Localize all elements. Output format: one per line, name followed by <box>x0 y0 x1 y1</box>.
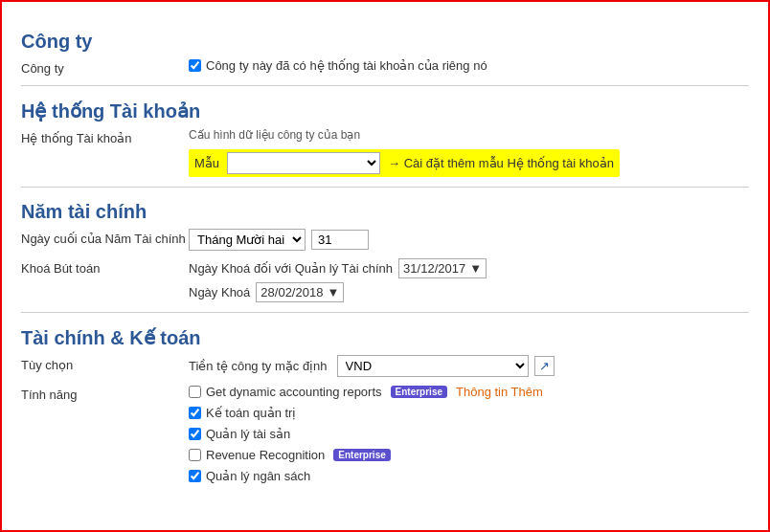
cong-ty-field-label: Công ty <box>21 58 189 76</box>
template-label: Mẫu <box>194 156 219 170</box>
currency-select[interactable]: VND <box>337 355 529 377</box>
cong-ty-title: Công ty <box>21 31 749 53</box>
divider-2 <box>21 187 749 188</box>
he-thong-hint: Cấu hình dữ liệu công ty của bạn <box>189 128 749 142</box>
feature-checkbox-4[interactable] <box>189 470 201 482</box>
cong-ty-checkbox[interactable] <box>189 59 201 72</box>
divider-1 <box>21 85 749 86</box>
enterprise-badge-3: Enterprise <box>333 449 390 461</box>
lock-row-2: Ngày Khoá 28/02/2018 ▼ <box>189 282 749 302</box>
feature-row-4: Quản lý ngân sách <box>189 469 749 483</box>
he-thong-title: Hệ thống Tài khoản <box>21 100 749 122</box>
lock-date1-value: 31/12/2017 <box>403 261 465 276</box>
tuy-chon-content: Tiền tệ công ty mặc định VND ↗ <box>189 355 749 377</box>
lock-date2-chevron: ▼ <box>327 285 339 299</box>
lock-date2-value: 28/02/2018 <box>260 285 323 299</box>
tuy-chon-label: Tùy chọn <box>21 355 189 372</box>
tinh-nang-label: Tính năng <box>21 385 189 402</box>
tinh-nang-content: Get dynamic accounting reportsEnterprise… <box>189 385 749 486</box>
khoa-but-toan-label: Khoá Bút toán <box>21 258 189 276</box>
feature-row-2: Quản lý tài sản <box>189 427 749 441</box>
tai-chinh-title: Tài chính & Kế toán <box>21 326 749 349</box>
feature-label-2: Quản lý tài sản <box>206 427 290 441</box>
lock-date1-chevron: ▼ <box>469 261 482 276</box>
ngay-cuoi-label: Ngày cuối của Năm Tài chính <box>21 229 189 246</box>
feature-row-1: Kế toán quản trị <box>189 406 749 420</box>
feature-label-1: Kế toán quản trị <box>206 406 296 420</box>
he-thong-field-row: Hệ thống Tài khoản Cấu hình dữ liệu công… <box>21 128 749 177</box>
feature-row-3: Revenue RecognitionEnterprise <box>189 448 749 462</box>
feature-checkbox-3[interactable] <box>189 449 201 461</box>
enterprise-badge-0: Enterprise <box>391 386 447 398</box>
tai-chinh-section: Tài chính & Kế toán Tùy chọn Tiền tệ côn… <box>21 326 749 486</box>
lock-row-1: Ngày Khoá đối với Quản lý Tài chính 31/1… <box>189 258 749 278</box>
khoa-but-toan-content: Ngày Khoá đối với Quản lý Tài chính 31/1… <box>189 258 749 302</box>
lock-date2-select[interactable]: 28/02/2018 ▼ <box>256 282 344 302</box>
feature-checkbox-0[interactable] <box>189 386 201 398</box>
cong-ty-checkbox-label: Công ty này đã có hệ thống tài khoản của… <box>206 58 487 73</box>
feature-checkbox-2[interactable] <box>189 428 201 440</box>
lock-date1-select[interactable]: 31/12/2017 ▼ <box>398 258 487 278</box>
cong-ty-section: Công ty Công ty Công ty này đã có hệ thố… <box>21 31 749 76</box>
feature-label-4: Quản lý ngân sách <box>206 469 310 483</box>
external-link-icon[interactable]: ↗ <box>534 356 555 376</box>
currency-row: Tiền tệ công ty mặc định VND ↗ <box>189 355 749 377</box>
cong-ty-field-content: Công ty này đã có hệ thống tài khoản của… <box>189 58 749 73</box>
nam-tai-chinh-section: Năm tài chính Ngày cuối của Năm Tài chín… <box>21 201 749 302</box>
day-input[interactable]: 31 <box>311 230 369 250</box>
template-arrow-text[interactable]: → Cài đặt thêm mẫu Hệ thống tài khoản <box>388 156 614 170</box>
feature-label-3: Revenue Recognition <box>206 448 325 462</box>
lock-date2-label: Ngày Khoá <box>189 285 250 299</box>
currency-label: Tiền tệ công ty mặc định <box>189 359 328 373</box>
feature-row-0: Get dynamic accounting reportsEnterprise… <box>189 385 749 399</box>
ngay-cuoi-row: Ngày cuối của Năm Tài chính Tháng Mười h… <box>21 229 749 251</box>
nam-tai-chinh-title: Năm tài chính <box>21 201 749 223</box>
fiscal-row: Tháng Mười hai 31 <box>189 229 749 251</box>
feature-label-0: Get dynamic accounting reports <box>206 385 382 399</box>
divider-3 <box>21 312 749 313</box>
cong-ty-field-row: Công ty Công ty này đã có hệ thống tài k… <box>21 58 749 76</box>
he-thong-section: Hệ thống Tài khoản Hệ thống Tài khoản Cấ… <box>21 100 749 177</box>
ngay-cuoi-content: Tháng Mười hai 31 <box>189 229 749 251</box>
he-thong-field-content: Cấu hình dữ liệu công ty của bạn Mẫu → C… <box>189 128 749 177</box>
thong-tin-them-0[interactable]: Thông tin Thêm <box>456 385 543 399</box>
feature-checkbox-1[interactable] <box>189 407 201 419</box>
cong-ty-checkbox-row: Công ty này đã có hệ thống tài khoản của… <box>189 58 749 73</box>
template-row: Mẫu → Cài đặt thêm mẫu Hệ thống tài khoả… <box>189 149 620 177</box>
month-select[interactable]: Tháng Mười hai <box>189 229 306 251</box>
he-thong-field-label: Hệ thống Tài khoản <box>21 128 189 145</box>
tuy-chon-row: Tùy chọn Tiền tệ công ty mặc định VND ↗ <box>21 355 749 377</box>
khoa-but-toan-row: Khoá Bút toán Ngày Khoá đối với Quản lý … <box>21 258 749 302</box>
lock-date1-label: Ngày Khoá đối với Quản lý Tài chính <box>189 261 393 276</box>
tinh-nang-row: Tính năng Get dynamic accounting reports… <box>21 385 749 486</box>
template-select[interactable] <box>227 152 380 174</box>
